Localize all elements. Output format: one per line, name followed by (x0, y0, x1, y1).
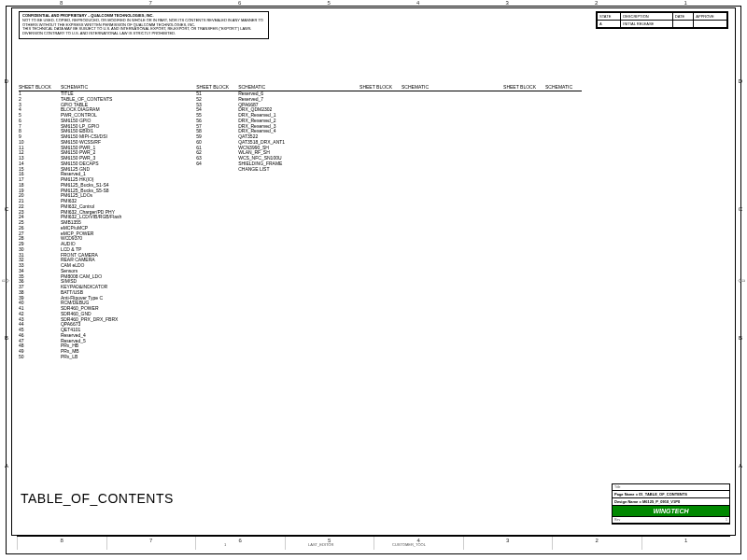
list-header: SHEET BLOCK (503, 84, 545, 91)
ruler-col: 8 (17, 537, 106, 550)
ruler-col: 8 (17, 0, 106, 7)
arrow-right-icon: ⇦ (738, 275, 745, 286)
ruler-row: B (2, 273, 11, 402)
ruler-row: D (2, 17, 11, 146)
ruler-row: D (736, 17, 745, 146)
ruler-col: 2 (552, 537, 641, 550)
ruler-col: 7 (106, 537, 196, 550)
tb-design: Design Name = M6125_P_0910_V1P0 (614, 499, 680, 504)
ruler-row: C (2, 146, 11, 274)
rev-header: DATE (672, 13, 693, 21)
footer-center: LAST_EDITOR (308, 542, 333, 547)
list-header: SCHEMATIC (545, 84, 582, 91)
sheet-number-col: 1234567891011121314151617181920212223242… (19, 91, 61, 360)
sheet-number-col (503, 91, 545, 360)
drawing-sheet: 12345678 12345678 DCBA DCBA ⇨ ⇦ CONFIDEN… (0, 0, 747, 560)
rev-cell: A (598, 21, 621, 28)
ruler-col: 6 (195, 0, 285, 7)
wingtech-logo: WINGTECH (613, 506, 729, 517)
rev-header: DESCRIPTION (621, 13, 673, 21)
tb-pagename: Page Name = 01_TABLE_OF_CONTENTS (614, 492, 687, 497)
ruler-col: 1 (641, 0, 731, 7)
revision-box: STATEDESCRIPTIONDATEAPPROVE AINITIAL REL… (596, 11, 728, 29)
list-header: SHEET BLOCK (19, 84, 61, 91)
ruler-right: DCBA (736, 17, 745, 530)
rev-cell (672, 21, 693, 28)
ruler-row: A (736, 402, 745, 531)
rev-cell: INITIAL RELEASE (621, 21, 673, 28)
sheet-name-col: TITLETABLE_OF_CONTENTSGPIO TABLEBLOCK DI… (61, 91, 131, 360)
ruler-col: 1 (641, 537, 731, 550)
sheet-number-col (359, 91, 402, 360)
ruler-col: 6 (195, 537, 285, 550)
ruler-left: DCBA (2, 17, 11, 530)
sheet-number-col: 5152535455565758596061626364 (196, 91, 238, 360)
rev-cell (694, 21, 727, 28)
confidential-p2: THIS TECHNICAL DATA MAY BE SUBJECT TO U.… (22, 27, 265, 36)
ruler-col: 4 (374, 0, 463, 7)
ruler-col: 7 (106, 0, 196, 7)
rev-header: APPROVE (694, 13, 727, 21)
footer-left: 1 (224, 542, 226, 547)
list-header: SHEET BLOCK (359, 84, 402, 91)
ruler-col: 3 (463, 537, 553, 550)
ruler-top: 12345678 (17, 0, 730, 7)
ruler-col: 5 (285, 0, 374, 7)
ruler-row: A (2, 402, 11, 531)
ruler-row: C (736, 146, 745, 274)
rev-header: STATE (598, 13, 621, 21)
ruler-col: 2 (552, 0, 641, 7)
toc-listing: SHEET BLOCKSCHEMATICSHEET BLOCKSCHEMATIC… (19, 84, 728, 360)
confidential-box: CONFIDENTIAL AND PROPRIETARY – QUALCOMM … (19, 11, 269, 39)
arrow-left-icon: ⇨ (2, 275, 9, 286)
title-block: Title Page Name = 01_TABLE_OF_CONTENTS D… (612, 483, 730, 525)
tb-rev: 1 (726, 518, 727, 522)
sheet-name-col: Reserved_6Reserved_7QPA6687DRX_QDM2302DR… (238, 91, 294, 360)
ruler-col: 3 (463, 0, 553, 7)
sheet-name-col (402, 91, 438, 360)
page-title: TABLE_OF_CONTENTS (21, 491, 174, 506)
list-header: SCHEMATIC (402, 84, 438, 91)
list-header: SHEET BLOCK (196, 84, 238, 91)
footer-right: CUSTOMER_TOOL (392, 542, 426, 547)
sheet-name-col (545, 91, 582, 360)
ruler-row: B (736, 273, 745, 402)
ruler-bottom: 12345678 (17, 536, 730, 550)
